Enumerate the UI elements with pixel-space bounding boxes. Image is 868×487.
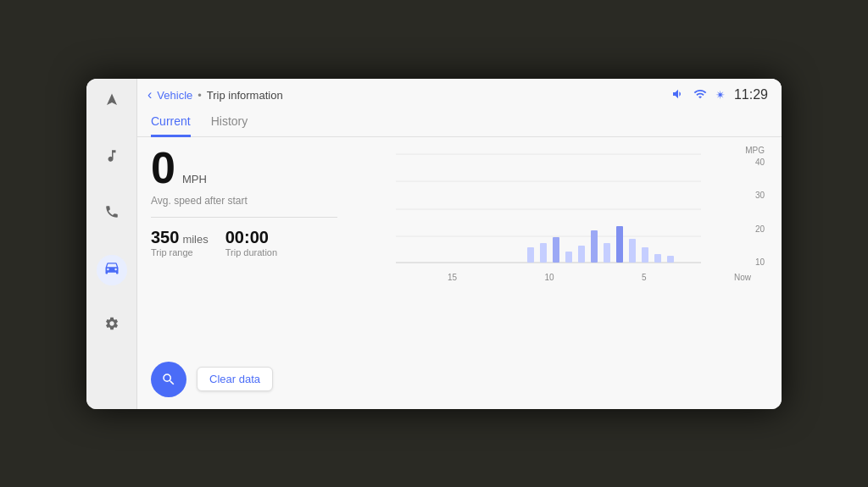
x-label-15: 15 — [448, 273, 457, 282]
header: ‹ Vehicle • Trip information ✴ 11:29 — [137, 79, 782, 108]
duration-label: Trip duration — [225, 247, 277, 257]
actions-row: Clear data — [151, 362, 337, 404]
music-icon — [104, 148, 120, 168]
breadcrumb-separator: • — [198, 89, 202, 102]
y-label-20: 20 — [755, 224, 765, 234]
svg-rect-8 — [565, 252, 572, 263]
sidebar — [86, 79, 137, 409]
header-controls: ✴ 11:29 — [671, 87, 768, 103]
sidebar-item-navigation[interactable] — [97, 87, 127, 118]
breadcrumb-vehicle[interactable]: Vehicle — [157, 89, 192, 102]
y-axis-labels: 40 30 20 10 — [755, 158, 765, 268]
svg-rect-9 — [578, 246, 585, 263]
speed-value: 0 — [151, 146, 175, 190]
range-label: Trip range — [151, 247, 209, 257]
chart-container: MPG 40 30 20 10 — [346, 146, 768, 290]
x-axis-labels: 15 10 5 Now — [346, 273, 768, 282]
car-icon — [103, 259, 120, 280]
navigation-icon — [104, 92, 120, 112]
data-area: 0 MPH Avg. speed after start 350 miles T… — [137, 137, 782, 409]
left-panel: 0 MPH Avg. speed after start 350 miles T… — [151, 146, 337, 404]
duration-stat: 00:00 Trip duration — [225, 228, 277, 257]
y-label-40: 40 — [755, 158, 765, 167]
bluetooth-icon[interactable]: ✴ — [715, 88, 726, 102]
tab-history[interactable]: History — [211, 109, 248, 137]
sidebar-item-settings[interactable] — [97, 311, 127, 341]
duration-value: 00:00 — [225, 228, 277, 247]
svg-rect-12 — [616, 226, 623, 263]
tab-current[interactable]: Current — [151, 109, 191, 137]
x-label-5: 5 — [642, 273, 647, 282]
signal-icon — [693, 87, 707, 103]
back-button[interactable]: ‹ — [147, 87, 152, 102]
stats-row: 350 miles Trip range 00:00 Trip duration — [151, 228, 337, 257]
svg-rect-11 — [604, 243, 610, 263]
phone-icon — [104, 204, 120, 224]
svg-rect-7 — [553, 237, 559, 263]
search-button[interactable] — [151, 362, 186, 397]
divider — [151, 217, 337, 218]
breadcrumb: ‹ Vehicle • Trip information — [147, 87, 283, 102]
tabs: Current History — [137, 108, 782, 137]
clear-data-button[interactable]: Clear data — [197, 367, 273, 391]
x-label-now: Now — [734, 273, 751, 282]
svg-rect-13 — [629, 239, 636, 263]
sidebar-item-music[interactable] — [97, 143, 127, 174]
volume-icon[interactable] — [671, 87, 685, 103]
breadcrumb-page: Trip information — [207, 89, 283, 102]
y-label-30: 30 — [755, 191, 765, 200]
main-content: ‹ Vehicle • Trip information ✴ 11:29 — [137, 79, 782, 409]
clock: 11:29 — [734, 87, 768, 102]
range-stat: 350 miles Trip range — [151, 228, 209, 257]
chart-area: MPG 40 30 20 10 — [337, 146, 768, 404]
car-display: ‹ Vehicle • Trip information ✴ 11:29 — [86, 79, 782, 409]
settings-icon — [104, 316, 120, 335]
svg-rect-16 — [667, 256, 674, 263]
y-label-10: 10 — [755, 257, 765, 267]
svg-rect-10 — [591, 230, 598, 263]
sidebar-item-phone[interactable] — [97, 199, 127, 230]
svg-rect-14 — [642, 247, 648, 263]
chart-y-axis-label: MPG — [745, 146, 765, 155]
speed-section: 0 MPH — [151, 146, 337, 190]
speed-unit: MPH — [182, 173, 207, 185]
range-unit: miles — [182, 233, 208, 246]
x-label-10: 10 — [545, 273, 554, 282]
svg-rect-6 — [540, 243, 547, 263]
range-value: 350 — [151, 228, 179, 247]
search-icon — [161, 372, 176, 387]
svg-rect-5 — [527, 247, 534, 263]
chart-svg — [346, 146, 768, 273]
svg-rect-15 — [654, 254, 661, 263]
speed-label: Avg. speed after start — [151, 195, 337, 207]
sidebar-item-car[interactable] — [97, 255, 127, 285]
